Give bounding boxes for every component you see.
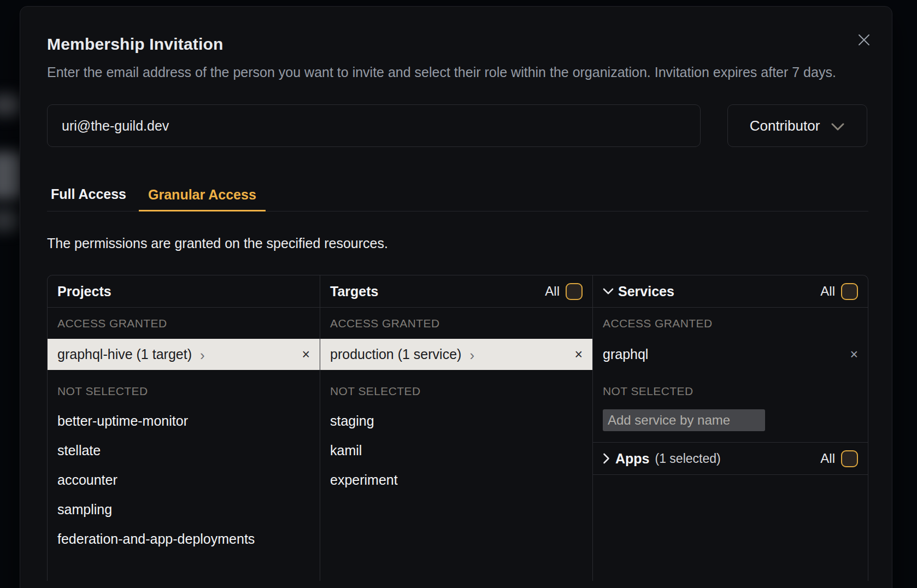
membership-invitation-dialog: Membership Invitation Enter the email ad… [20,6,892,588]
background-blur-artifact [0,209,19,232]
target-item[interactable]: staging [320,406,592,436]
services-access-granted-label: ACCESS GRANTED [593,308,868,339]
role-select-value: Contributor [750,117,820,134]
project-item[interactable]: accounter [48,465,320,495]
dialog-description: Enter the email address of the person yo… [47,62,867,83]
close-button[interactable] [856,32,872,48]
project-item[interactable]: federation-and-app-deployments [48,524,320,554]
project-selected-row[interactable]: graphql-hive (1 target) › × [48,339,320,370]
target-selected-label: production (1 service) [330,346,461,362]
permissions-note: The permissions are granted on the speci… [47,236,867,251]
invite-form-row: Contributor [47,104,867,147]
email-input[interactable] [47,104,701,147]
chevron-down-icon [831,120,845,131]
remove-service-icon[interactable]: × [850,346,858,362]
services-all-label: All [820,284,835,299]
service-selected-label: graphql [603,346,648,362]
chevron-right-icon: › [200,348,205,362]
targets-all-label: All [545,284,560,299]
apps-section-row[interactable]: Apps (1 selected) All [593,442,868,475]
project-item[interactable]: sampling [48,495,320,524]
targets-not-selected-label: NOT SELECTED [320,370,592,406]
apps-all-label: All [820,451,835,466]
close-icon [858,34,870,46]
resource-table: Projects ACCESS GRANTED graphql-hive (1 … [47,275,868,581]
services-column: Services All ACCESS GRANTED graphql × NO… [593,275,868,581]
targets-all-checkbox[interactable] [566,283,583,300]
projects-access-granted-label: ACCESS GRANTED [48,308,320,339]
target-selected-row[interactable]: production (1 service) › × [320,339,592,370]
projects-header: Projects [48,275,320,308]
target-item[interactable]: experiment [320,465,592,495]
projects-not-selected-label: NOT SELECTED [48,370,320,406]
targets-column: Targets All ACCESS GRANTED production (1… [320,275,593,581]
targets-header: Targets All [320,275,592,308]
apps-selected-count: (1 selected) [655,451,721,466]
apps-all-checkbox[interactable] [841,450,858,467]
chevron-right-icon: › [469,348,474,362]
services-header-label: Services [618,284,674,299]
role-select[interactable]: Contributor [727,104,867,147]
target-item[interactable]: kamil [320,436,592,465]
remove-target-icon[interactable]: × [574,346,583,362]
targets-header-label: Targets [330,284,378,299]
add-service-input[interactable] [603,409,765,431]
project-item[interactable]: stellate [48,436,320,465]
services-not-selected-label: NOT SELECTED [593,370,868,406]
remove-project-icon[interactable]: × [302,346,310,362]
chevron-right-icon [603,453,610,464]
services-all-checkbox[interactable] [841,283,858,300]
dialog-title: Membership Invitation [47,35,867,54]
projects-column: Projects ACCESS GRANTED graphql-hive (1 … [48,275,320,581]
chevron-down-icon [603,288,614,295]
project-selected-label: graphql-hive (1 target) [57,346,192,362]
service-selected-row[interactable]: graphql × [593,339,868,370]
services-header[interactable]: Services All [593,275,868,308]
apps-label: Apps [615,451,650,467]
project-item[interactable]: better-uptime-monitor [48,406,320,436]
tab-granular-access[interactable]: Granular Access [139,187,266,211]
background-blur-artifact [0,94,21,116]
projects-header-label: Projects [57,284,111,299]
tab-full-access[interactable]: Full Access [47,186,130,211]
access-tabs: Full Access Granular Access [47,186,868,211]
targets-access-granted-label: ACCESS GRANTED [320,308,592,339]
background-blur-artifact [0,152,22,199]
